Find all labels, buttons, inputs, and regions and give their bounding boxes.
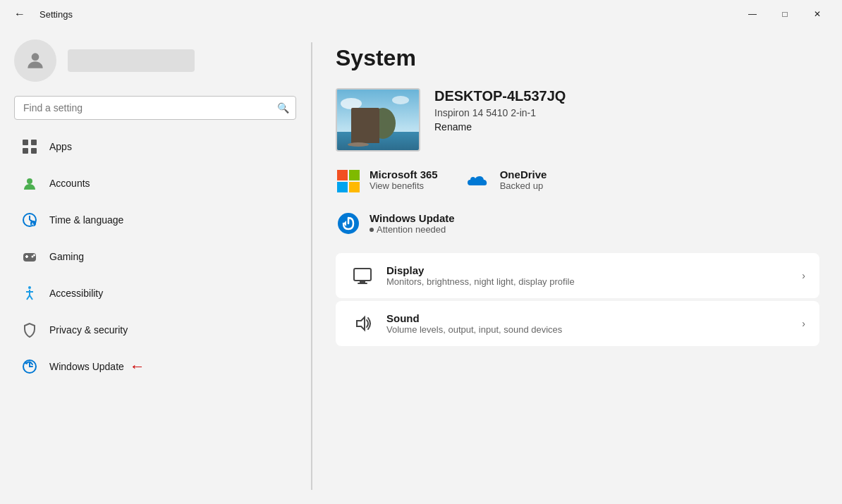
sound-chevron-icon: › — [802, 318, 805, 329]
time-language-label: Time & language — [49, 214, 123, 226]
svg-point-5 — [27, 178, 32, 184]
windows-update-name: Windows Update — [370, 212, 455, 224]
sidebar: 🔍 Apps — [0, 28, 310, 504]
microsoft-365-sub: View benefits — [370, 180, 438, 191]
ms-red-square — [337, 170, 348, 180]
onedrive-icon — [466, 168, 492, 194]
main-layout: 🔍 Apps — [0, 28, 842, 504]
page-title: System — [336, 45, 819, 71]
onedrive-sub: Backed up — [500, 180, 547, 191]
rename-link[interactable]: Rename — [434, 121, 566, 133]
services-row: Microsoft 365 View benefits OneDrive Bac… — [336, 168, 819, 194]
apps-icon — [20, 137, 39, 156]
device-thumbnail — [336, 88, 420, 152]
sound-text: Sound Volume levels, output, input, soun… — [386, 312, 791, 335]
display-icon — [350, 263, 375, 288]
user-name-blurred — [68, 49, 195, 72]
svg-rect-2 — [31, 140, 37, 145]
search-input[interactable] — [14, 96, 296, 120]
apps-label: Apps — [49, 141, 72, 152]
app-title: Settings — [39, 9, 73, 20]
display-text: Display Monitors, brightness, night ligh… — [386, 264, 791, 287]
ms-blue-square — [337, 182, 348, 192]
content-area: System — [313, 28, 842, 504]
sidebar-item-time-language[interactable]: A Time & language — [6, 202, 305, 238]
nav-section: Apps Accounts — [0, 125, 310, 504]
microsoft-365-text: Microsoft 365 View benefits — [370, 168, 438, 191]
ms-green-square — [349, 170, 360, 180]
attention-dot — [370, 228, 374, 232]
sidebar-item-windows-update[interactable]: Windows Update ← — [6, 348, 305, 385]
microsoft-365-name: Microsoft 365 — [370, 168, 438, 180]
windows-update-sub: Attention needed — [370, 224, 455, 235]
svg-point-30 — [341, 98, 362, 109]
sound-name: Sound — [386, 312, 791, 324]
avatar — [14, 39, 56, 82]
svg-text:A: A — [32, 222, 35, 226]
onedrive-service[interactable]: OneDrive Backed up — [466, 168, 547, 194]
privacy-icon — [20, 320, 39, 340]
minimize-button[interactable]: — — [736, 3, 769, 25]
device-image — [337, 90, 420, 152]
svg-rect-35 — [360, 281, 365, 283]
sidebar-item-apps[interactable]: Apps — [6, 128, 305, 165]
display-name: Display — [386, 264, 791, 276]
sound-desc: Volume levels, output, input, sound devi… — [386, 324, 791, 335]
svg-point-16 — [28, 286, 31, 289]
privacy-security-label: Privacy & security — [49, 324, 128, 336]
svg-point-31 — [392, 96, 409, 104]
windows-update-section[interactable]: Windows Update Attention needed — [336, 211, 819, 236]
onedrive-name: OneDrive — [500, 168, 547, 180]
display-desc: Monitors, brightness, night light, displ… — [386, 276, 791, 287]
device-card: DESKTOP-4L537JQ Inspiron 14 5410 2-in-1 … — [336, 88, 819, 152]
sidebar-divider — [310, 28, 313, 504]
svg-line-20 — [30, 295, 32, 300]
window-controls: — □ ✕ — [736, 3, 834, 25]
sound-setting-tile[interactable]: Sound Volume levels, output, input, soun… — [336, 301, 819, 346]
onedrive-text: OneDrive Backed up — [500, 168, 547, 191]
svg-rect-13 — [26, 255, 28, 258]
red-arrow-indicator: ← — [130, 357, 145, 376]
windows-update-sidebar-label: Windows Update — [49, 361, 124, 372]
device-name: DESKTOP-4L537JQ — [434, 88, 566, 104]
svg-point-0 — [32, 53, 39, 61]
microsoft-365-service[interactable]: Microsoft 365 View benefits — [336, 168, 438, 194]
sidebar-item-privacy-security[interactable]: Privacy & security — [6, 312, 305, 348]
svg-rect-26 — [372, 116, 393, 132]
svg-rect-4 — [31, 148, 37, 154]
gaming-label: Gaming — [49, 251, 84, 262]
windows-update-sidebar-icon — [20, 357, 39, 376]
svg-rect-36 — [358, 283, 367, 284]
search-icon: 🔍 — [277, 102, 289, 113]
display-setting-tile[interactable]: Display Monitors, brightness, night ligh… — [336, 253, 819, 298]
device-model: Inspiron 14 5410 2-in-1 — [434, 107, 566, 118]
sidebar-item-accounts[interactable]: Accounts — [6, 165, 305, 202]
user-icon — [24, 49, 47, 72]
user-section — [0, 28, 310, 96]
search-box: 🔍 — [14, 96, 296, 120]
svg-point-29 — [362, 129, 365, 132]
sound-icon — [350, 311, 375, 336]
gaming-icon — [20, 247, 39, 266]
device-info: DESKTOP-4L537JQ Inspiron 14 5410 2-in-1 … — [434, 88, 566, 133]
accounts-icon — [20, 173, 39, 193]
sidebar-item-accessibility[interactable]: Accessibility — [6, 275, 305, 312]
microsoft-365-icon — [336, 168, 361, 194]
svg-rect-34 — [354, 269, 371, 281]
svg-rect-3 — [23, 148, 28, 154]
accounts-label: Accounts — [49, 178, 90, 189]
time-icon: A — [20, 210, 39, 230]
accessibility-label: Accessibility — [49, 288, 103, 299]
windows-update-with-arrow: Windows Update ← — [49, 357, 145, 376]
close-button[interactable]: ✕ — [801, 3, 834, 25]
maximize-button[interactable]: □ — [769, 3, 801, 25]
svg-rect-24 — [337, 132, 420, 152]
svg-rect-1 — [23, 140, 28, 145]
svg-marker-37 — [357, 317, 365, 330]
accessibility-icon — [20, 283, 39, 303]
sidebar-item-gaming[interactable]: Gaming — [6, 238, 305, 275]
back-button[interactable]: ← — [8, 5, 31, 23]
svg-point-27 — [365, 111, 379, 132]
titlebar: ← Settings — □ ✕ — [0, 0, 842, 28]
windows-update-icon — [336, 211, 361, 236]
